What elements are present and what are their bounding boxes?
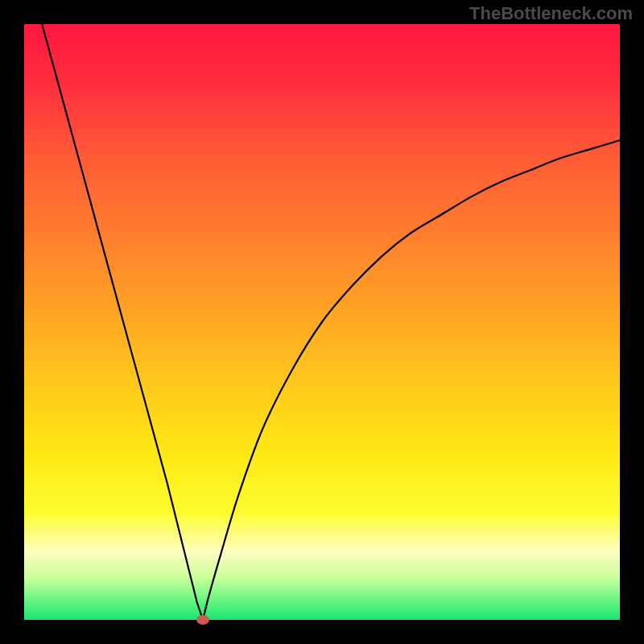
bottleneck-chart (0, 0, 644, 644)
minimum-marker (196, 615, 209, 625)
watermark-text: TheBottleneck.com (469, 3, 633, 24)
chart-frame: TheBottleneck.com (0, 0, 644, 644)
